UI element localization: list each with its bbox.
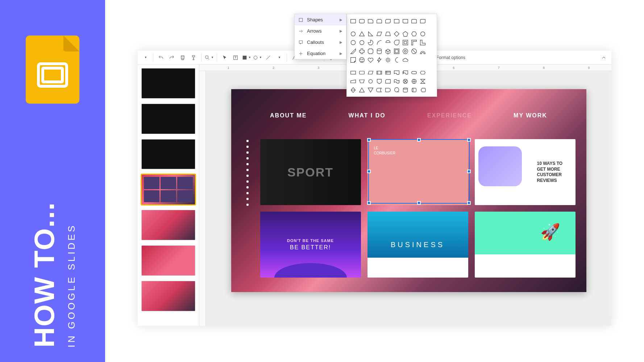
canvas-wrap: 123456789 ABOUT ME WHAT I DO EXPERIENCE … [199,65,611,326]
shape-flowchart-delay[interactable] [385,87,391,93]
format-options-button[interactable]: Format options [434,53,468,62]
undo-button[interactable] [156,53,166,62]
textbox-tool[interactable] [231,53,240,62]
line-dropdown[interactable]: ▼ [274,53,284,62]
shape-flowchart-terminator[interactable] [411,69,417,76]
nav-work: MY WORK [514,112,547,119]
svg-rect-30 [386,71,391,74]
shape-flowchart-preparation[interactable] [419,69,426,76]
shape-flowchart-extract[interactable] [358,87,365,93]
redo-button[interactable] [167,53,176,62]
svg-point-25 [362,59,363,60]
print-button[interactable] [178,53,187,62]
shape-flowchart-process[interactable] [350,69,357,76]
dot-indicator [246,140,249,206]
shape-plaque[interactable] [367,51,374,55]
svg-point-37 [412,88,413,92]
svg-point-4 [254,56,257,59]
shape-flowchart-stored[interactable] [376,87,383,93]
shape-flowchart-data[interactable] [367,69,374,76]
shape-cube[interactable] [385,51,391,55]
card-corbusier-selected[interactable]: LECORBUSIER [367,139,468,205]
mask-menu-equation[interactable]: Equation▶ [295,51,346,59]
nav-experience: EXPERIENCE [427,112,472,119]
shape-flowchart-magdisk[interactable] [402,87,409,93]
shape-tool[interactable]: ▼ [253,53,262,62]
shape-flowchart-alt-process[interactable] [358,69,365,76]
shape-can[interactable] [376,51,383,55]
card-sport[interactable]: SPORT [260,139,361,205]
slides-window: ▼ ▼ ▼ ▼ ▼ [138,51,611,326]
shape-flowchart-connector[interactable] [367,78,374,85]
shape-cross[interactable] [358,51,365,55]
new-slide-dropdown[interactable]: ▼ [141,53,150,62]
shape-sun[interactable] [385,57,391,63]
slides-logo-icon [26,36,79,104]
tutorial-brand-panel: HOW TO... IN GOOGLE SLIDES [0,0,105,362]
thumb-7[interactable] [141,281,195,311]
thumb-5[interactable] [141,210,195,240]
portfolio-cards: SPORT LECORBUSIER 10 WAYS TO GET MORE CU… [260,139,576,278]
select-tool[interactable] [220,53,229,62]
shape-flowchart-multidoc[interactable] [402,69,409,76]
paint-format-button[interactable] [189,53,198,62]
image-tool[interactable]: ▼ [242,53,251,62]
shape-cloud[interactable] [402,57,409,63]
thumb-1[interactable] [141,68,195,99]
shape-block-arc[interactable] [419,51,426,55]
shape-flowchart-document[interactable] [393,69,400,76]
shape-heart[interactable] [367,57,374,63]
thumb-2[interactable] [141,104,195,134]
shape-donut[interactable] [402,51,409,55]
collapse-toolbar-button[interactable] [599,53,608,62]
shape-folded-corner[interactable] [350,57,357,63]
shape-flowchart-card[interactable] [385,78,391,85]
shape-lightning[interactable] [376,57,383,63]
shape-no-symbol[interactable] [411,51,417,55]
root: HOW TO... IN GOOGLE SLIDES ▼ ▼ ▼ ▼ [0,0,644,362]
shape-flowchart-or[interactable] [411,78,417,85]
shape-flowchart-display[interactable] [419,87,426,93]
svg-rect-28 [360,71,365,74]
slide-canvas[interactable]: ABOUT ME WHAT I DO EXPERIENCE MY WORK SP… [231,89,586,292]
card-space[interactable]: DON'T BE THE SAME BE BETTER! [260,212,361,278]
howto-title: HOW TO... [28,202,61,348]
slide-thumbnails[interactable] [138,65,199,326]
shape-flowchart-offpage[interactable] [376,78,383,85]
nav-what: WHAT I DO [349,112,386,119]
card-business[interactable]: BUSINESS [367,212,468,278]
shape-flowchart-summing[interactable] [402,78,409,85]
svg-rect-19 [395,51,398,53]
shape-smiley[interactable] [358,57,365,63]
howto-subtitle: IN GOOGLE SLIDES [66,224,77,348]
editor: 123456789 ABOUT ME WHAT I DO EXPERIENCE … [138,65,611,326]
thumb-4[interactable] [141,174,195,205]
svg-point-21 [404,51,406,52]
brand-text: HOW TO... IN GOOGLE SLIDES [28,202,77,348]
line-tool[interactable] [263,53,273,62]
shape-flowchart-punched-tape[interactable] [393,78,400,85]
shape-bevel[interactable] [393,51,400,55]
shape-flowchart-merge[interactable] [367,87,374,93]
shape-flowchart-sort[interactable] [350,87,357,93]
card-reviews[interactable]: 10 WAYS TO GET MORE CUSTOMER REVIEWS [475,139,576,205]
shape-flowchart-manual-input[interactable] [350,78,357,85]
card-startup[interactable] [475,212,576,278]
svg-rect-27 [351,71,356,74]
shape-moon[interactable] [393,57,400,63]
shape-flowchart-collate[interactable] [419,78,426,85]
shape-flowchart-direct-access[interactable] [411,87,417,93]
canvas-stage[interactable]: ABOUT ME WHAT I DO EXPERIENCE MY WORK SP… [206,71,611,326]
vertical-ruler [199,71,206,326]
shape-flowchart-internal-storage[interactable] [385,69,391,76]
shape-flowchart-manual-op[interactable] [358,78,365,85]
shape-flowchart-predefined[interactable] [376,69,383,76]
svg-rect-31 [412,71,417,74]
nav-about: ABOUT ME [270,112,307,119]
svg-rect-0 [181,57,184,59]
thumb-6[interactable] [141,245,195,276]
zoom-button[interactable]: ▼ [204,53,214,62]
shape-diagonal-stripe[interactable] [350,51,357,55]
thumb-3[interactable] [141,139,195,170]
shape-flowchart-seq-access[interactable] [393,87,400,93]
